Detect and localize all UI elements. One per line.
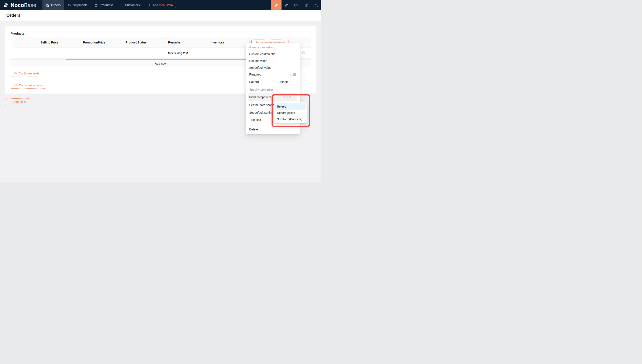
- configure-actions-button[interactable]: ⚙ Configure actions: [10, 82, 46, 89]
- orders-icon: [46, 4, 50, 7]
- horizontal-scrollbar-thumb[interactable]: [66, 59, 247, 60]
- nav-tab-orders[interactable]: Orders: [43, 0, 64, 10]
- settings-button[interactable]: ⚙: [292, 0, 299, 10]
- add-block-button[interactable]: Add block: [5, 98, 30, 105]
- ui-editor-button[interactable]: [271, 0, 281, 10]
- gear-icon: ⚙: [14, 84, 17, 87]
- nav-tab-label: Shipments: [73, 4, 88, 7]
- navbar-divider: [301, 3, 301, 7]
- menu-divider: [246, 125, 300, 125]
- column-header-promotion-price: PromotionPrice: [83, 37, 105, 48]
- toggle-knob: [291, 73, 293, 76]
- configure-fields-label: Configure fields: [19, 72, 40, 75]
- nav-tab-label: Productss: [100, 4, 113, 7]
- delete-row-button[interactable]: [302, 51, 305, 55]
- highlighter-icon: [274, 3, 278, 7]
- field-component-label: Field component: [249, 96, 271, 99]
- product-status-select[interactable]: [159, 52, 161, 54]
- field-component-value: Select: [283, 96, 291, 99]
- option-subform-popover[interactable]: Sub-form(Popover): [274, 116, 306, 122]
- menu-item-delete[interactable]: Delete: [246, 125, 300, 134]
- pattern-value: Editable: [278, 80, 288, 84]
- chevron-down-icon: [292, 96, 295, 98]
- add-menu-item-button[interactable]: Add menu item: [145, 2, 176, 8]
- shipments-icon: [67, 3, 71, 7]
- nav-tab-label: Customers: [125, 4, 140, 7]
- chevron-down-icon: [159, 52, 161, 54]
- menu-item-set-default-value[interactable]: Set default value: [246, 64, 300, 71]
- customers-icon: [120, 4, 123, 7]
- gear-icon: ⚙: [294, 3, 298, 7]
- nocobase-logo-icon: [3, 2, 9, 8]
- user-menu-button[interactable]: [312, 0, 320, 10]
- menu-item-required[interactable]: Required: [246, 71, 300, 78]
- nav-tab-customers[interactable]: Customers: [117, 0, 143, 10]
- menu-item-pattern[interactable]: Pattern Editable: [246, 78, 300, 86]
- pattern-label: Pattern: [249, 80, 259, 84]
- plugin-manager-button[interactable]: [283, 0, 290, 10]
- nocobase-app: NocoBase Orders Shipments: [0, 0, 321, 182]
- configure-actions-label: Configure actions: [19, 84, 42, 87]
- page-title: Orders: [6, 10, 21, 20]
- column-header-product-status: Product Status: [125, 37, 147, 48]
- page-header: Orders: [0, 10, 321, 20]
- menu-item-custom-column-title[interactable]: Custom column title: [246, 51, 300, 58]
- field-component-select[interactable]: Select: [283, 96, 295, 99]
- plus-icon: [148, 4, 151, 6]
- chevron-down-icon: [290, 81, 292, 83]
- trash-icon: [302, 51, 305, 55]
- products-field-label: Products :: [11, 32, 26, 35]
- add-block-label: Add block: [13, 100, 26, 104]
- brand[interactable]: NocoBase: [3, 0, 36, 10]
- plus-icon: [9, 100, 12, 103]
- menu-item-column-width[interactable]: Column width: [246, 58, 300, 64]
- help-button[interactable]: [303, 0, 310, 10]
- required-label: Required: [249, 73, 261, 76]
- option-select[interactable]: Select: [274, 103, 306, 110]
- main-menu: Orders Shipments Productss: [43, 0, 143, 10]
- menu-item-field-component[interactable]: Field component Select: [248, 93, 297, 101]
- nav-tab-label: Orders: [51, 4, 61, 7]
- chevron-down-icon: [243, 52, 246, 54]
- remarks-cell-value: this is long text: [168, 48, 188, 58]
- column-header-selling-price: Selling Price: [41, 37, 58, 48]
- menu-section-specific: Specific properties: [246, 86, 300, 93]
- plugin-icon: [284, 3, 288, 7]
- add-menu-item-label: Add menu item: [153, 4, 173, 7]
- gear-icon: ⚙: [14, 72, 17, 75]
- brand-name: NocoBase: [11, 2, 36, 8]
- user-icon: [314, 3, 318, 7]
- navbar-actions: ⚙: [271, 0, 321, 10]
- option-record-picker[interactable]: Record picker: [274, 110, 306, 116]
- add-new-label: Add new: [155, 62, 166, 65]
- help-icon: [304, 3, 308, 7]
- top-navbar: NocoBase Orders Shipments: [0, 0, 321, 10]
- menu-section-generic: Generic properties: [246, 44, 300, 51]
- nav-tab-productss[interactable]: Productss: [91, 0, 117, 10]
- nav-tab-shipments[interactable]: Shipments: [64, 0, 91, 10]
- configure-fields-button[interactable]: ⚙ Configure fields: [10, 70, 43, 77]
- column-header-inventory: Inventory: [211, 37, 224, 48]
- column-header-remarks: Remarks: [168, 37, 181, 48]
- products-icon: [94, 4, 98, 7]
- required-toggle[interactable]: [290, 73, 296, 76]
- inventory-select[interactable]: [243, 52, 246, 54]
- field-component-dropdown: Select Record picker Sub-form(Popover): [274, 102, 307, 123]
